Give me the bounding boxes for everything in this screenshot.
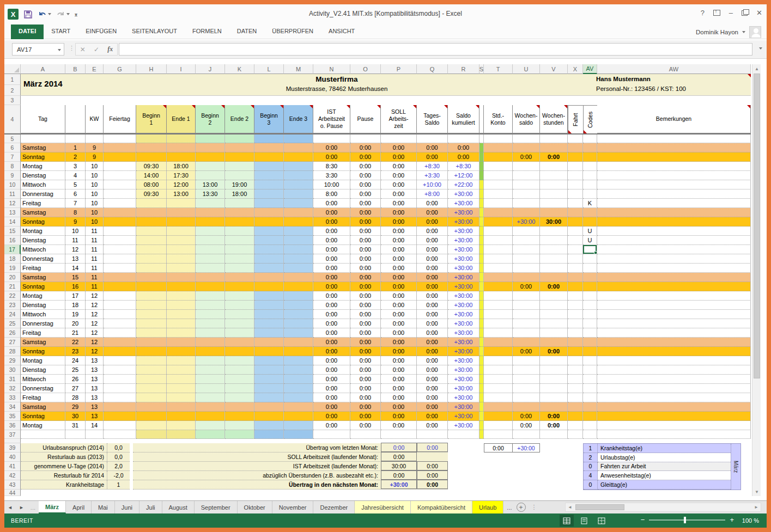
cell-X[interactable]	[568, 365, 583, 375]
cell-H[interactable]	[136, 273, 167, 282]
row-header-31[interactable]: 31	[4, 375, 21, 384]
cell-G[interactable]	[104, 430, 136, 439]
cell-X[interactable]	[568, 375, 583, 384]
cell-R[interactable]: +12:00	[448, 171, 479, 180]
cell-AW[interactable]	[597, 254, 751, 264]
cell-X[interactable]	[568, 162, 583, 171]
cell-N[interactable]: 0:00	[313, 291, 350, 301]
cell-L[interactable]	[254, 217, 284, 227]
cell-Q[interactable]: 0:00	[417, 152, 448, 162]
cell-N[interactable]: 0:00	[313, 310, 350, 319]
cell-AV[interactable]	[583, 338, 597, 347]
summary-value-q[interactable]: 0:00	[417, 480, 448, 489]
name-box[interactable]: AV17	[12, 43, 64, 56]
cell-AV[interactable]	[583, 365, 597, 375]
row-header-9[interactable]: 9	[4, 171, 21, 180]
row-header-17[interactable]: 17	[4, 245, 21, 254]
cell-V[interactable]	[540, 365, 568, 375]
cell-M[interactable]	[284, 328, 313, 338]
cell-L[interactable]	[254, 301, 284, 310]
cell-N[interactable]: 0:00	[313, 384, 350, 393]
cell-X[interactable]	[568, 254, 583, 264]
column-header-S[interactable]: S	[479, 64, 484, 74]
zoom-out-icon[interactable]: −	[641, 516, 645, 524]
cell-K[interactable]	[225, 393, 254, 402]
cell-K[interactable]	[225, 402, 254, 412]
column-header-T[interactable]: T	[484, 64, 513, 74]
cell-I[interactable]	[167, 338, 196, 347]
cell-L[interactable]	[254, 152, 284, 162]
cell-L[interactable]	[254, 189, 284, 199]
insert-function-icon[interactable]: fx	[107, 45, 113, 53]
user-name[interactable]: Dominik Hayon	[696, 29, 738, 35]
cell-V[interactable]	[540, 375, 568, 384]
cell-R[interactable]: +30:00	[448, 273, 479, 282]
zoom-in-icon[interactable]: +	[730, 516, 734, 524]
cell-P[interactable]: 0:00	[381, 236, 417, 245]
cell-V[interactable]	[540, 273, 568, 282]
cell-AV[interactable]	[583, 189, 597, 199]
cell-K[interactable]	[225, 152, 254, 162]
cell-AW[interactable]	[597, 217, 751, 227]
cell-H[interactable]	[136, 236, 167, 245]
cell-AW[interactable]	[597, 208, 751, 217]
cell-U[interactable]	[513, 402, 540, 412]
cell-G[interactable]	[104, 301, 136, 310]
cell-X[interactable]	[568, 264, 583, 273]
cell-T[interactable]	[484, 217, 513, 227]
cell-B[interactable]: 6	[65, 189, 86, 199]
cell-T[interactable]	[484, 264, 513, 273]
cell-J[interactable]	[196, 402, 225, 412]
vertical-scrollbar-thumb[interactable]	[754, 74, 760, 378]
cell-AV[interactable]	[583, 217, 597, 227]
cell-day-12[interactable]: Freitag	[21, 199, 65, 208]
cell-Q[interactable]: 0:00	[417, 143, 448, 152]
cell-AV[interactable]	[583, 328, 597, 338]
row-header-33[interactable]: 33	[4, 393, 21, 402]
cell-Q[interactable]: 0:00	[417, 338, 448, 347]
cell-P[interactable]: 0:00	[381, 338, 417, 347]
cell-L[interactable]	[254, 264, 284, 273]
cell-Q[interactable]: 0:00	[417, 236, 448, 245]
row-header-43[interactable]: 43	[4, 480, 21, 490]
cell-AW[interactable]	[597, 264, 751, 273]
cell-AV[interactable]	[583, 273, 597, 282]
page-layout-view-icon[interactable]	[577, 515, 591, 527]
cell-S[interactable]	[479, 273, 484, 282]
formula-bar-expand-icon[interactable]	[759, 47, 762, 50]
cell-U[interactable]	[513, 375, 540, 384]
cell-S[interactable]	[479, 189, 484, 199]
cell-O[interactable]: 0:00	[350, 365, 381, 375]
name-box-dropdown-icon[interactable]	[58, 49, 61, 51]
cell-M[interactable]	[284, 365, 313, 375]
cell-I[interactable]	[167, 143, 196, 152]
cell-J[interactable]	[196, 245, 225, 254]
row-header-28[interactable]: 28	[4, 347, 21, 356]
sheet-tab-mai[interactable]: Mai	[92, 501, 115, 513]
cell-V[interactable]	[540, 264, 568, 273]
cell-O[interactable]: 0:00	[350, 310, 381, 319]
cell-X[interactable]	[568, 171, 583, 180]
ribbon-tab-seitenlayout[interactable]: SEITENLAYOUT	[124, 25, 185, 39]
scroll-up-icon[interactable]: ▲	[752, 64, 761, 73]
cell-AV[interactable]	[583, 245, 597, 254]
cell-M[interactable]	[284, 208, 313, 217]
cell-T[interactable]	[484, 254, 513, 264]
cell-H[interactable]	[136, 319, 167, 328]
cell-E[interactable]: 11	[86, 254, 104, 264]
cell-Q[interactable]: 0:00	[417, 291, 448, 301]
cell-AW[interactable]	[597, 365, 751, 375]
cell-T[interactable]	[484, 273, 513, 282]
cell-Q[interactable]: 0:00	[417, 208, 448, 217]
header-beginn2[interactable]: Beginn 2	[196, 105, 225, 133]
cell-J[interactable]	[196, 171, 225, 180]
row-header-20[interactable]: 20	[4, 273, 21, 282]
cell-V[interactable]: 0:00	[540, 347, 568, 356]
ribbon-tab-überprüfen[interactable]: ÜBERPRÜFEN	[264, 25, 321, 39]
cell-S[interactable]	[479, 143, 484, 152]
enter-icon[interactable]: ✓	[94, 46, 99, 53]
cell-Q[interactable]: +3:30	[417, 171, 448, 180]
cell-L[interactable]	[254, 227, 284, 236]
cell-O[interactable]: 0:00	[350, 273, 381, 282]
row-header-2[interactable]: 2	[4, 85, 21, 96]
